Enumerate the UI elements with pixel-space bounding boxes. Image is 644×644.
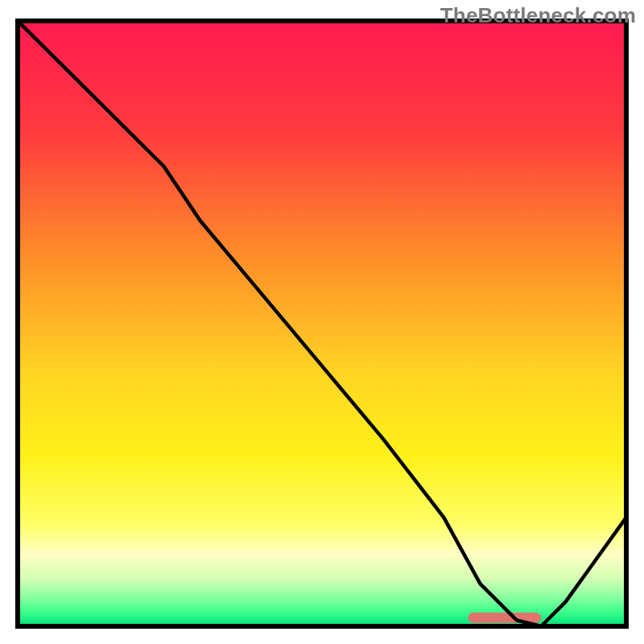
chart-canvas [0, 0, 644, 644]
watermark-text: TheBottleneck.com [440, 3, 636, 28]
chart-stage: TheBottleneck.com [0, 0, 644, 644]
bottom-marker [468, 613, 541, 623]
